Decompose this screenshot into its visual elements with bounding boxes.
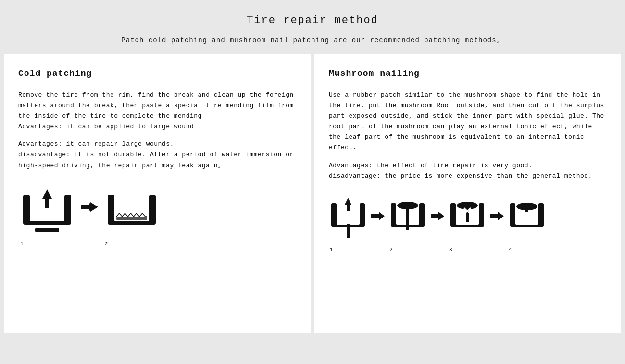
svg-rect-13 <box>116 217 147 220</box>
svg-rect-20 <box>347 224 350 238</box>
cold-patching-para2: Advantages: it can repair large wounds. … <box>18 139 296 170</box>
svg-rect-9 <box>108 195 114 221</box>
mush-arrow3 <box>490 211 504 221</box>
mush-step3-label: 3 <box>449 247 452 253</box>
mushroom-nailing-heading: Mushroom nailing <box>329 69 607 78</box>
svg-marker-18 <box>345 198 351 205</box>
mush-step1-svg <box>329 196 367 244</box>
cold-step1-svg <box>18 185 76 238</box>
mushroom-nailing-para1: Use a rubber patch similar to the mushro… <box>329 90 607 154</box>
content-area: Cold patching Remove the tire from the r… <box>0 54 625 342</box>
svg-rect-34 <box>466 206 469 222</box>
step2-label: 2 <box>105 241 108 247</box>
svg-rect-0 <box>23 195 30 221</box>
page-title: Tire repair method <box>10 14 615 26</box>
svg-rect-43 <box>525 206 528 212</box>
svg-marker-28 <box>431 212 444 220</box>
svg-rect-19 <box>347 205 350 211</box>
mushroom-nailing-card: Mushroom nailing Use a rubber patch simi… <box>314 54 621 333</box>
mush-step3-svg <box>448 196 487 244</box>
svg-marker-37 <box>490 212 504 220</box>
svg-rect-27 <box>406 206 409 230</box>
page-subtitle: Patch cold patching and mushroom nail pa… <box>10 36 615 45</box>
mushroom-nailing-para2: Advantages: the effect of tire repair is… <box>329 160 607 182</box>
cold-patching-heading: Cold patching <box>18 69 296 78</box>
arrow1 <box>81 201 98 213</box>
cold-patch-diagram: 1 <box>18 181 296 243</box>
svg-rect-5 <box>45 199 49 208</box>
cold-step2-svg <box>103 185 161 238</box>
cold-patching-para1: Remove the tire from the rim, find the b… <box>18 90 296 132</box>
cold-patching-card: Cold patching Remove the tire from the r… <box>4 54 311 333</box>
mush-step2-label: 2 <box>389 247 393 253</box>
svg-marker-4 <box>42 189 52 199</box>
svg-marker-21 <box>371 212 385 220</box>
svg-rect-6 <box>35 228 59 232</box>
page-header: Tire repair method Patch cold patching a… <box>0 0 625 54</box>
mush-step1-label: 1 <box>330 247 333 253</box>
mush-step4-svg <box>508 196 546 244</box>
step1-label: 1 <box>20 241 24 247</box>
mushroom-diagram: 1 <box>329 191 607 249</box>
mush-arrow2 <box>431 211 444 221</box>
mush-arrow1 <box>371 211 385 221</box>
cards-container: Cold patching Remove the tire from the r… <box>4 54 621 333</box>
svg-rect-1 <box>64 195 71 221</box>
mush-step4-label: 4 <box>509 247 512 253</box>
svg-rect-10 <box>149 195 156 221</box>
mush-step2-svg <box>388 196 427 244</box>
